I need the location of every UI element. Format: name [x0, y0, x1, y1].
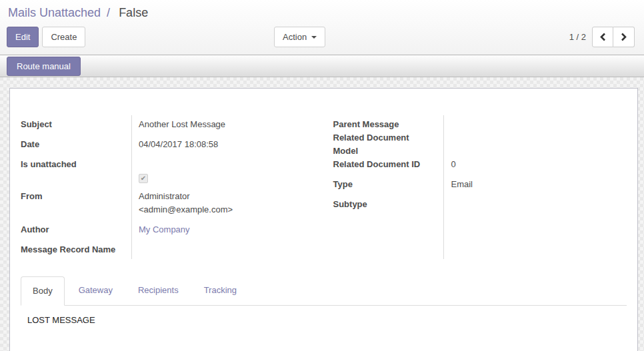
field-value: Administrator <admin@example.com> [131, 190, 324, 216]
field-label: Is unattached [21, 158, 131, 184]
field-group-right: Parent Message Related Document Model Re… [324, 118, 627, 256]
label-divider [443, 115, 444, 259]
field-row-subtype: Subtype [333, 198, 627, 211]
route-manual-button[interactable]: Route manual [7, 57, 81, 76]
field-row-related-document-id: Related Document ID 0 [333, 158, 627, 171]
previous-record-button[interactable] [592, 27, 613, 47]
pager-counter: 1 / 2 [569, 32, 586, 42]
chevron-right-icon [621, 33, 627, 41]
statusbar: Route manual [0, 55, 644, 77]
field-label: Subject [21, 118, 131, 131]
field-label: Type [333, 178, 444, 191]
body-tab-panel: LOST MESSAGE [21, 306, 627, 335]
field-label: Related Document Model [333, 131, 444, 158]
field-row-is-unattached: Is unattached ✔ [21, 158, 324, 184]
field-value: Another Lost Message [131, 118, 324, 131]
notebook-tabs: Body Gateway Recipients Tracking [21, 276, 627, 306]
field-row-message-record-name: Message Record Name [21, 243, 324, 256]
field-row-from: From Administrator <admin@example.com> [21, 190, 324, 216]
breadcrumb-parent-link[interactable]: Mails Unattached [8, 6, 101, 19]
field-row-author: Author My Company [21, 223, 324, 236]
field-label: Date [21, 138, 131, 151]
action-dropdown-button[interactable]: Action [274, 27, 325, 47]
field-label: From [21, 190, 131, 216]
field-label: Message Record Name [21, 243, 131, 256]
form-view-background: Subject Another Lost Message Date 04/04/… [0, 77, 644, 351]
field-label: Parent Message [333, 118, 444, 131]
field-value [444, 198, 627, 211]
create-button[interactable]: Create [42, 27, 85, 47]
label-divider [131, 115, 132, 259]
field-value: ✔ [131, 158, 324, 184]
tab-tracking[interactable]: Tracking [193, 276, 248, 306]
form-sheet: Subject Another Lost Message Date 04/04/… [9, 88, 638, 351]
field-value [131, 243, 324, 256]
message-body-text: LOST MESSAGE [27, 314, 620, 327]
breadcrumb-current: False [119, 6, 148, 19]
field-row-related-document-model: Related Document Model [333, 131, 627, 158]
pager-buttons [592, 27, 635, 47]
field-value: 04/04/2017 18:08:58 [131, 138, 324, 151]
field-value [444, 131, 627, 158]
field-label: Author [21, 223, 131, 236]
caret-down-icon [311, 36, 317, 39]
field-group-left: Subject Another Lost Message Date 04/04/… [21, 118, 324, 256]
tab-gateway[interactable]: Gateway [67, 276, 124, 306]
check-icon: ✔ [141, 175, 146, 182]
field-row-date: Date 04/04/2017 18:08:58 [21, 138, 324, 151]
field-row-subject: Subject Another Lost Message [21, 118, 324, 131]
edit-button[interactable]: Edit [7, 27, 39, 47]
field-label: Subtype [333, 198, 444, 211]
next-record-button[interactable] [613, 27, 635, 47]
field-value: My Company [131, 223, 324, 236]
toolbar: Edit Create Action 1 / 2 [7, 27, 635, 47]
field-groups: Subject Another Lost Message Date 04/04/… [21, 118, 627, 256]
tab-body[interactable]: Body [21, 276, 65, 306]
action-dropdown-label: Action [283, 32, 307, 42]
field-value: 0 [444, 158, 627, 171]
field-row-type: Type Email [333, 178, 627, 191]
field-label: Related Document ID [333, 158, 444, 171]
field-row-parent-message: Parent Message [333, 118, 627, 131]
is-unattached-checkbox[interactable]: ✔ [139, 174, 148, 183]
field-value: Email [444, 178, 627, 191]
tab-recipients[interactable]: Recipients [127, 276, 190, 306]
pager: 1 / 2 [569, 27, 635, 47]
chevron-left-icon [600, 33, 606, 41]
breadcrumb-separator: / [107, 6, 110, 19]
breadcrumb: Mails Unattached / False [0, 0, 644, 20]
author-link[interactable]: My Company [139, 224, 190, 234]
form-header: Mails Unattached / False Edit Create Act… [0, 0, 644, 55]
field-value [444, 118, 627, 131]
